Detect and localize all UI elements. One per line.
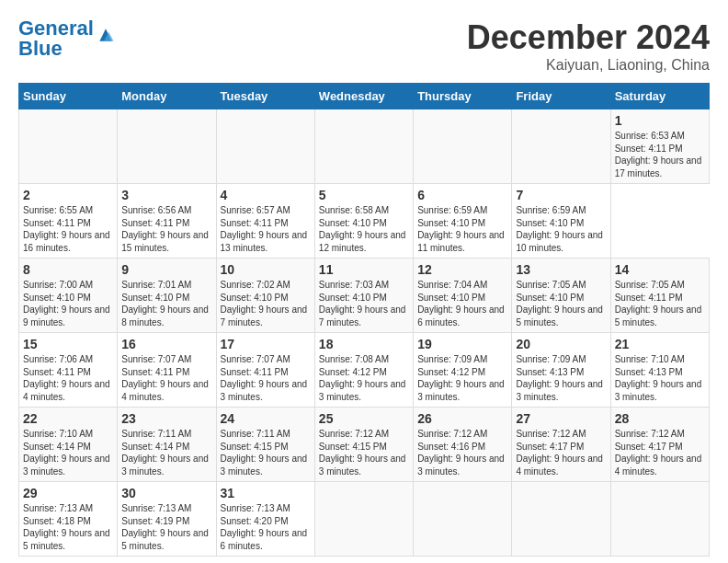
sunrise: Sunrise: 7:12 AM [516,429,586,439]
daylight: Daylight: 9 hours and 3 minutes. [417,454,505,477]
daylight: Daylight: 9 hours and 17 minutes. [615,155,702,178]
day-info: Sunrise: 7:10 AMSunset: 4:14 PMDaylight:… [23,428,113,477]
daylight: Daylight: 9 hours and 5 minutes. [23,528,110,551]
sunrise: Sunrise: 6:55 AM [23,205,93,215]
sunset: Sunset: 4:14 PM [121,442,189,452]
day-info: Sunrise: 6:53 AMSunset: 4:11 PMDaylight:… [615,130,705,179]
day-info: Sunrise: 6:59 AMSunset: 4:10 PMDaylight:… [516,204,606,254]
header-day-saturday: Saturday [610,84,709,109]
day-number: 25 [319,411,409,426]
sunrise: Sunrise: 7:10 AM [615,354,685,364]
calendar-cell [314,482,413,557]
sunrise: Sunrise: 6:59 AM [516,205,586,215]
sunset: Sunset: 4:14 PM [23,442,91,452]
sunrise: Sunrise: 7:03 AM [319,280,389,290]
sunrise: Sunrise: 6:56 AM [121,205,191,215]
day-number: 19 [417,337,507,351]
daylight: Daylight: 9 hours and 4 minutes. [516,454,603,477]
day-info: Sunrise: 7:05 AMSunset: 4:10 PMDaylight:… [516,279,606,328]
sunset: Sunset: 4:13 PM [615,367,683,377]
daylight: Daylight: 9 hours and 6 minutes. [221,528,308,551]
week-row-3: 8Sunrise: 7:00 AMSunset: 4:10 PMDaylight… [19,259,710,333]
sunrise: Sunrise: 7:11 AM [121,429,191,439]
daylight: Daylight: 9 hours and 3 minutes. [221,454,308,477]
daylight: Daylight: 9 hours and 7 minutes. [319,304,406,327]
calendar-cell: 12Sunrise: 7:04 AMSunset: 4:10 PMDayligh… [414,259,512,333]
day-number: 30 [121,486,211,500]
calendar-cell: 22Sunrise: 7:10 AMSunset: 4:14 PMDayligh… [19,408,118,482]
calendar-cell: 19Sunrise: 7:09 AMSunset: 4:12 PMDayligh… [414,333,512,408]
calendar-cell [19,109,118,184]
header-day-thursday: Thursday [414,84,512,109]
daylight: Daylight: 9 hours and 3 minutes. [417,379,505,402]
header-day-wednesday: Wednesday [314,84,413,109]
sunset: Sunset: 4:10 PM [221,293,289,303]
day-number: 4 [221,188,311,202]
calendar-cell: 9Sunrise: 7:01 AMSunset: 4:10 PMDaylight… [118,259,216,333]
day-info: Sunrise: 7:08 AMSunset: 4:12 PMDaylight:… [319,353,409,403]
sunrise: Sunrise: 7:07 AM [121,354,191,364]
sunset: Sunset: 4:11 PM [23,218,91,228]
day-number: 31 [221,486,311,500]
calendar-cell: 17Sunrise: 7:07 AMSunset: 4:11 PMDayligh… [216,333,314,408]
sunset: Sunset: 4:13 PM [516,367,584,377]
day-info: Sunrise: 7:10 AMSunset: 4:13 PMDaylight:… [615,353,705,403]
day-number: 16 [121,337,211,351]
daylight: Daylight: 9 hours and 3 minutes. [615,379,702,402]
day-number: 23 [121,411,211,426]
calendar-cell: 18Sunrise: 7:08 AMSunset: 4:12 PMDayligh… [314,333,413,408]
daylight: Daylight: 9 hours and 5 minutes. [615,304,702,327]
sunrise: Sunrise: 7:12 AM [319,429,389,439]
sunset: Sunset: 4:15 PM [319,442,387,452]
calendar-cell: 15Sunrise: 7:06 AMSunset: 4:11 PMDayligh… [19,333,118,408]
daylight: Daylight: 9 hours and 3 minutes. [319,379,406,402]
sunset: Sunset: 4:20 PM [221,516,289,526]
sunrise: Sunrise: 7:00 AM [23,280,93,290]
calendar-cell: 5Sunrise: 6:58 AMSunset: 4:10 PMDaylight… [314,184,413,259]
day-number: 26 [417,411,507,426]
day-number: 15 [23,337,113,351]
calendar-cell: 6Sunrise: 6:59 AMSunset: 4:10 PMDaylight… [414,184,512,259]
daylight: Daylight: 9 hours and 6 minutes. [417,304,505,327]
header-day-monday: Monday [118,84,216,109]
day-number: 29 [23,486,113,500]
sunrise: Sunrise: 7:05 AM [615,280,685,290]
day-number: 3 [121,188,211,202]
calendar-cell: 4Sunrise: 6:57 AMSunset: 4:11 PMDaylight… [216,184,314,259]
calendar-cell [414,482,512,557]
month-title: December 2024 [467,18,710,57]
daylight: Daylight: 9 hours and 4 minutes. [121,379,209,402]
week-row-1: 1Sunrise: 6:53 AMSunset: 4:11 PMDaylight… [19,109,710,184]
daylight: Daylight: 9 hours and 4 minutes. [615,454,702,477]
day-info: Sunrise: 7:04 AMSunset: 4:10 PMDaylight:… [417,279,507,328]
day-info: Sunrise: 7:09 AMSunset: 4:12 PMDaylight:… [417,353,507,403]
sunset: Sunset: 4:11 PM [121,218,189,228]
sunrise: Sunrise: 7:13 AM [121,503,191,513]
calendar-cell: 13Sunrise: 7:05 AMSunset: 4:10 PMDayligh… [512,259,610,333]
sunrise: Sunrise: 7:12 AM [615,429,685,439]
day-number: 11 [319,262,409,277]
day-info: Sunrise: 7:05 AMSunset: 4:11 PMDaylight:… [615,279,705,328]
sunset: Sunset: 4:12 PM [417,367,485,377]
day-info: Sunrise: 7:07 AMSunset: 4:11 PMDaylight:… [221,353,311,403]
daylight: Daylight: 9 hours and 16 minutes. [23,230,110,253]
sunrise: Sunrise: 6:53 AM [615,131,685,141]
sunset: Sunset: 4:10 PM [516,218,584,228]
sunrise: Sunrise: 6:58 AM [319,205,389,215]
calendar-cell: 3Sunrise: 6:56 AMSunset: 4:11 PMDaylight… [118,184,216,259]
calendar-cell [414,109,512,184]
day-number: 17 [221,337,311,351]
day-number: 2 [23,188,113,202]
sunset: Sunset: 4:10 PM [319,218,387,228]
week-row-4: 15Sunrise: 7:06 AMSunset: 4:11 PMDayligh… [19,333,710,408]
day-number: 9 [121,262,211,277]
calendar-cell: 26Sunrise: 7:12 AMSunset: 4:16 PMDayligh… [414,408,512,482]
sunset: Sunset: 4:18 PM [23,516,91,526]
sunset: Sunset: 4:10 PM [23,293,91,303]
calendar-cell: 24Sunrise: 7:11 AMSunset: 4:15 PMDayligh… [216,408,314,482]
calendar-cell [610,482,709,557]
day-number: 24 [221,411,311,426]
daylight: Daylight: 9 hours and 4 minutes. [23,379,110,402]
calendar-cell: 23Sunrise: 7:11 AMSunset: 4:14 PMDayligh… [118,408,216,482]
daylight: Daylight: 9 hours and 3 minutes. [121,454,209,477]
